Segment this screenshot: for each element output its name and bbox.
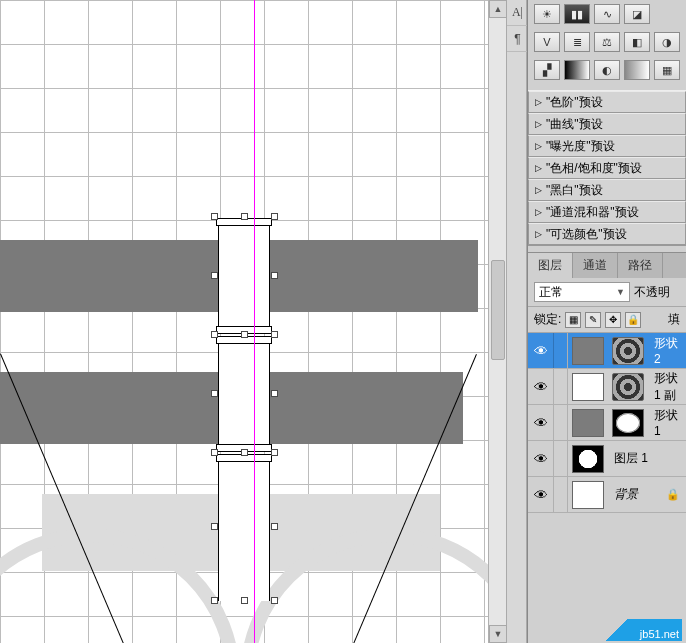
layer-name[interactable]: 背景	[608, 486, 666, 503]
blend-mode-value: 正常	[539, 284, 563, 301]
transform-handle[interactable]	[211, 331, 218, 338]
preset-label: "通道混和器"预设	[546, 201, 639, 223]
gradient-map-icon[interactable]	[624, 60, 650, 80]
transform-handle[interactable]	[271, 523, 278, 530]
lock-image-icon[interactable]: ✎	[585, 312, 601, 328]
transform-handle[interactable]	[271, 449, 278, 456]
brightness-icon[interactable]: ☀	[534, 4, 560, 24]
scroll-thumb[interactable]	[491, 260, 505, 360]
curves-icon[interactable]: ∿	[594, 4, 620, 24]
character-panel-button[interactable]: A|	[507, 0, 528, 26]
lock-transparent-icon[interactable]: ▦	[565, 312, 581, 328]
adjustments-row-2: V ≣ ⚖ ◧ ◑	[528, 28, 686, 56]
preset-item[interactable]: ▷"色阶"预设	[528, 91, 686, 113]
character-panel-strip: A| ¶	[506, 0, 527, 643]
transform-handle[interactable]	[271, 597, 278, 604]
transform-handle[interactable]	[211, 213, 218, 220]
layer-mask-thumbnail[interactable]	[612, 373, 644, 401]
panel-tab-图层[interactable]: 图层	[528, 253, 573, 278]
layer-thumbnail[interactable]	[572, 373, 604, 401]
lock-position-icon[interactable]: ✥	[605, 312, 621, 328]
layer-visibility-toggle[interactable]: 👁	[528, 333, 554, 368]
layer-visibility-toggle[interactable]: 👁	[528, 405, 554, 440]
preset-item[interactable]: ▷"曝光度"预设	[528, 135, 686, 157]
layer-link-column	[554, 405, 568, 440]
layer-thumbnail[interactable]	[572, 337, 604, 365]
photo-filter-icon[interactable]: ◑	[654, 32, 680, 52]
bw-icon[interactable]: ◧	[624, 32, 650, 52]
preset-item[interactable]: ▷"色相/饱和度"预设	[528, 157, 686, 179]
adjustments-row-1: ☀ ▮▮ ∿ ◪	[528, 0, 686, 28]
lock-label: 锁定:	[534, 311, 561, 328]
levels-icon[interactable]: ▮▮	[564, 4, 590, 24]
layer-link-column	[554, 477, 568, 512]
layer-name[interactable]: 形状 1 副	[648, 370, 686, 404]
layer-row[interactable]: 👁背景🔒	[528, 477, 686, 513]
lock-all-icon[interactable]: 🔒	[625, 312, 641, 328]
layer-name[interactable]: 形状 1	[648, 407, 686, 438]
transform-handle[interactable]	[241, 331, 248, 338]
preset-item[interactable]: ▷"黑白"预设	[528, 179, 686, 201]
transform-handle[interactable]	[211, 597, 218, 604]
threshold-icon[interactable]: ◐	[594, 60, 620, 80]
selected-shape-segment-1[interactable]	[218, 222, 270, 332]
canvas-vertical-scrollbar[interactable]: ▲ ▼	[488, 0, 506, 643]
transform-handle[interactable]	[271, 331, 278, 338]
posterize-icon[interactable]	[564, 60, 590, 80]
paragraph-panel-button[interactable]: ¶	[507, 26, 528, 52]
preset-item[interactable]: ▷"曲线"预设	[528, 113, 686, 135]
transform-handle[interactable]	[241, 213, 248, 220]
layer-link-column	[554, 333, 568, 368]
blend-mode-select[interactable]: 正常 ▼	[534, 282, 630, 302]
panel-tab-路径[interactable]: 路径	[618, 253, 663, 278]
layer-thumbnail[interactable]	[572, 481, 604, 509]
layer-mask-thumbnail[interactable]	[612, 409, 644, 437]
layer-row[interactable]: 👁图层 1	[528, 441, 686, 477]
preset-label: "曲线"预设	[546, 113, 603, 135]
layer-visibility-toggle[interactable]: 👁	[528, 441, 554, 476]
transform-handle[interactable]	[241, 449, 248, 456]
guide-vertical[interactable]	[254, 0, 255, 643]
canvas[interactable]	[0, 0, 488, 643]
transform-handle[interactable]	[211, 449, 218, 456]
transform-handle[interactable]	[211, 272, 218, 279]
preset-item[interactable]: ▷"通道混和器"预设	[528, 201, 686, 223]
exposure-icon[interactable]: ◪	[624, 4, 650, 24]
layer-visibility-toggle[interactable]: 👁	[528, 369, 554, 404]
layer-blend-row: 正常 ▼ 不透明	[528, 278, 686, 307]
opacity-label: 不透明	[634, 284, 670, 301]
disclosure-triangle-icon: ▷	[535, 113, 542, 135]
layer-name[interactable]: 形状 2	[648, 335, 686, 366]
transform-handle[interactable]	[241, 597, 248, 604]
hue-sat-icon[interactable]: ≣	[564, 32, 590, 52]
fill-label: 填	[668, 311, 680, 328]
adjustments-row-3: ▞ ◐ ▦	[528, 56, 686, 84]
transform-handle[interactable]	[271, 390, 278, 397]
transform-handle[interactable]	[271, 213, 278, 220]
layer-row[interactable]: 👁形状 1	[528, 405, 686, 441]
disclosure-triangle-icon: ▷	[535, 179, 542, 201]
panel-tab-通道[interactable]: 通道	[573, 253, 618, 278]
layer-thumbnail[interactable]	[572, 409, 604, 437]
selected-shape-segment-3[interactable]	[218, 456, 270, 601]
scroll-up-button[interactable]: ▲	[489, 0, 507, 18]
preset-label: "黑白"预设	[546, 179, 603, 201]
invert-icon[interactable]: ▞	[534, 60, 560, 80]
selected-shape-segment-2[interactable]	[218, 338, 270, 450]
scroll-down-button[interactable]: ▼	[489, 625, 507, 643]
selective-color-icon[interactable]: ▦	[654, 60, 680, 80]
color-balance-icon[interactable]: ⚖	[594, 32, 620, 52]
layer-row[interactable]: 👁形状 1 副	[528, 369, 686, 405]
layer-row[interactable]: 👁形状 2	[528, 333, 686, 369]
transform-handle[interactable]	[271, 272, 278, 279]
layer-mask-thumbnail[interactable]	[612, 337, 644, 365]
layer-link-column	[554, 369, 568, 404]
transform-handle[interactable]	[211, 390, 218, 397]
layer-thumbnail[interactable]	[572, 445, 604, 473]
vibrance-icon[interactable]: V	[534, 32, 560, 52]
layer-visibility-toggle[interactable]: 👁	[528, 477, 554, 512]
preset-item[interactable]: ▷"可选颜色"预设	[528, 223, 686, 245]
transform-handle[interactable]	[211, 523, 218, 530]
panel-tabs: 图层通道路径	[528, 252, 686, 278]
layer-name[interactable]: 图层 1	[608, 450, 686, 467]
